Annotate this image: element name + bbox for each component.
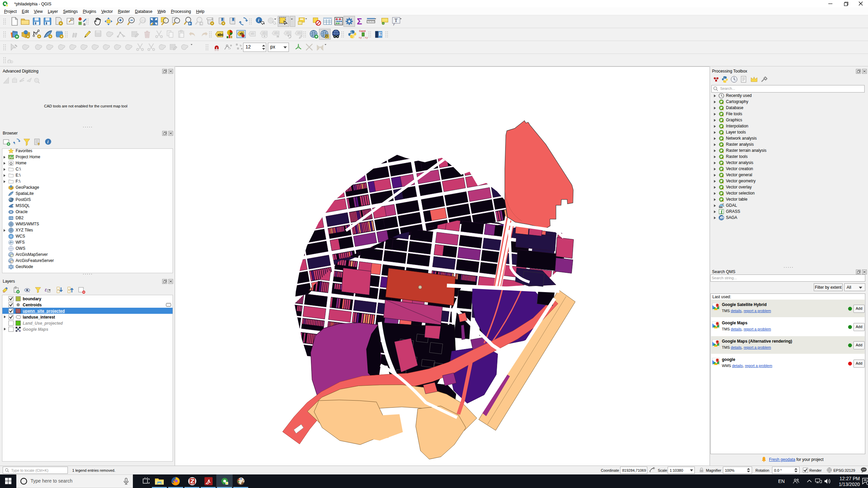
svg-text:Σ: Σ bbox=[357, 17, 362, 26]
svg-text:G: G bbox=[713, 304, 715, 306]
svg-text:DB2: DB2 bbox=[9, 217, 14, 219]
svg-text:T: T bbox=[394, 17, 397, 23]
svg-text:GDAL: GDAL bbox=[719, 206, 724, 208]
svg-text:abc: abc bbox=[217, 33, 223, 37]
svg-text:i: i bbox=[258, 18, 259, 23]
svg-text:G: G bbox=[713, 359, 715, 361]
svg-text:?: ? bbox=[379, 32, 381, 36]
svg-text:G: G bbox=[713, 341, 715, 343]
svg-text:abc: abc bbox=[274, 31, 279, 35]
svg-text:i: i bbox=[47, 139, 49, 144]
svg-text:G: G bbox=[713, 322, 715, 325]
svg-text:x,y → x,y: x,y → x,y bbox=[359, 36, 368, 39]
svg-text:abc: abc bbox=[286, 31, 291, 35]
svg-text:ab: ab bbox=[251, 32, 254, 35]
svg-text:V: V bbox=[10, 242, 11, 244]
svg-text:1:1: 1:1 bbox=[141, 19, 145, 22]
svg-text:abc: abc bbox=[262, 31, 267, 35]
svg-text:ε: ε bbox=[45, 287, 47, 292]
svg-text:Coord: Coord bbox=[359, 30, 366, 32]
svg-text:abc: abc bbox=[297, 31, 302, 35]
